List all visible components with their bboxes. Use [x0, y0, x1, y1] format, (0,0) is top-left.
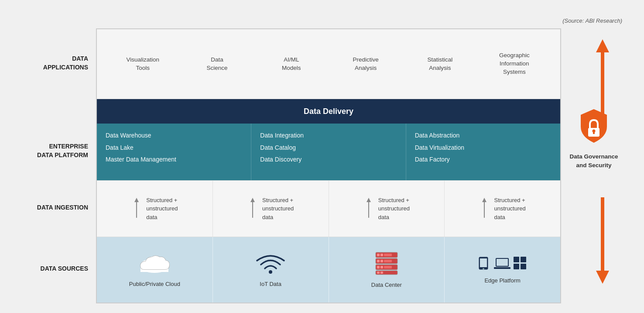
source-cloud-label: Public/Private Cloud: [129, 281, 180, 287]
enterprise-data-warehouse: Data Warehouse: [106, 131, 242, 140]
app-visualization-tools: VisualizationTools: [106, 34, 180, 94]
row-data-delivery: Data Delivery: [97, 99, 560, 124]
app-data-science: DataScience: [180, 34, 254, 94]
row-enterprise-data-platform: Data Warehouse Data Lake Master Data Man…: [97, 124, 560, 180]
svg-rect-27: [377, 272, 380, 274]
edge-icon: [478, 256, 527, 273]
ingestion-col-4: Structured +unstructureddata: [445, 181, 560, 237]
svg-rect-36: [521, 257, 526, 262]
ingestion-text-3: Structured +unstructureddata: [378, 196, 410, 222]
left-labels: DATA APPLICATIONS ENTERPRISE DATA PLATFO…: [22, 28, 96, 303]
source-iot-label: IoT Data: [260, 281, 281, 287]
ingestion-col-2: Structured +unstructureddata: [213, 181, 329, 237]
governance-label: Data Governance and Security: [565, 152, 622, 170]
app-aiml-models: AI/MLModels: [254, 34, 329, 94]
server-icon: [373, 251, 400, 277]
svg-rect-17: [384, 254, 392, 256]
app-predictive-analysis: Predictive Analysis: [329, 34, 403, 94]
ingestion-arrow-4: [479, 198, 490, 220]
svg-marker-41: [596, 271, 609, 284]
enterprise-data-catalog: Data Catalog: [260, 144, 397, 152]
ingestion-text-2: Structured +unstructureddata: [262, 196, 294, 222]
enterprise-data-factory: Data Factory: [415, 155, 552, 164]
svg-rect-42: [601, 197, 604, 272]
ingestion-col-3: Structured +unstructureddata: [329, 181, 445, 237]
source-edge-label: Edge Platform: [484, 277, 520, 284]
shield-icon: [576, 107, 611, 146]
cloud-icon: [137, 253, 172, 276]
svg-marker-3: [250, 198, 255, 202]
svg-marker-1: [134, 198, 139, 202]
ingestion-arrow-2: [247, 198, 258, 220]
ingestion-text-4: Structured +unstructureddata: [494, 196, 525, 222]
label-data-delivery: [22, 98, 96, 123]
svg-marker-39: [596, 39, 609, 52]
main-diagram: DATA APPLICATIONS ENTERPRISE DATA PLATFO…: [22, 28, 622, 303]
svg-rect-16: [380, 254, 383, 256]
app-gis: GeographicInformationSystems: [477, 34, 552, 94]
row-data-sources: Public/Private Cloud IoT Data: [97, 237, 560, 303]
ingestion-arrow-3: [363, 198, 374, 220]
enterprise-data-discovery: Data Discovery: [260, 155, 397, 164]
source-edge: Edge Platform: [445, 237, 560, 303]
source-cloud: Public/Private Cloud: [97, 237, 213, 303]
svg-rect-33: [497, 259, 508, 266]
svg-point-13: [269, 270, 272, 274]
source-citation: (Source: ABI Research): [22, 17, 622, 24]
shield-container: [576, 107, 611, 148]
svg-rect-35: [514, 257, 519, 262]
governance-container: Data Governance and Security: [565, 28, 622, 303]
page-container: (Source: ABI Research) DATA APPLICATIONS…: [9, 9, 635, 313]
right-governance: Data Governance and Security: [561, 28, 622, 303]
wifi-icon: [255, 253, 286, 276]
enterprise-master-data: Master Data Management: [106, 155, 242, 164]
svg-rect-23: [377, 266, 380, 268]
svg-rect-38: [521, 264, 526, 269]
label-enterprise: ENTERPRISE DATA PLATFORM: [22, 123, 96, 179]
ingestion-arrow-1: [131, 198, 142, 220]
svg-rect-19: [377, 260, 380, 262]
enterprise-data-abstraction: Data Abstraction: [415, 131, 552, 140]
enterprise-data-lake: Data Lake: [106, 144, 242, 152]
row-data-applications: VisualizationTools DataScience AI/MLMode…: [97, 29, 560, 99]
enterprise-data-integration: Data Integration: [260, 131, 397, 140]
ingestion-col-1: Structured +unstructureddata: [97, 181, 213, 237]
svg-rect-25: [384, 266, 392, 268]
svg-rect-28: [380, 272, 383, 274]
svg-rect-15: [377, 254, 380, 256]
svg-rect-21: [384, 260, 392, 262]
source-iot: IoT Data: [213, 237, 329, 303]
label-data-applications: DATA APPLICATIONS: [22, 28, 96, 98]
svg-rect-20: [380, 260, 383, 262]
label-sources: DATA SOURCES: [22, 236, 96, 302]
svg-rect-37: [514, 264, 519, 269]
svg-marker-7: [482, 198, 486, 202]
svg-rect-45: [593, 131, 595, 134]
svg-rect-34: [494, 267, 510, 269]
svg-rect-30: [480, 258, 487, 267]
enterprise-data-virtualization: Data Virtualization: [415, 144, 552, 152]
source-datacenter: Data Center: [329, 237, 445, 303]
enterprise-col-1: Data Warehouse Data Lake Master Data Man…: [97, 124, 251, 180]
content-area: VisualizationTools DataScience AI/MLMode…: [96, 28, 561, 303]
enterprise-col-3: Data Abstraction Data Virtualization Dat…: [406, 124, 560, 180]
row-data-ingestion: Structured +unstructureddata Structured …: [97, 180, 560, 237]
ingestion-text-1: Structured +unstructureddata: [146, 196, 178, 222]
svg-rect-24: [380, 266, 383, 268]
svg-point-31: [483, 268, 484, 270]
svg-marker-5: [367, 198, 371, 202]
label-ingestion: DATA INGESTION: [22, 179, 96, 236]
source-datacenter-label: Data Center: [371, 282, 402, 288]
app-statistical-analysis: StatisticalAnalysis: [403, 34, 477, 94]
enterprise-col-2: Data Integration Data Catalog Data Disco…: [251, 124, 406, 180]
